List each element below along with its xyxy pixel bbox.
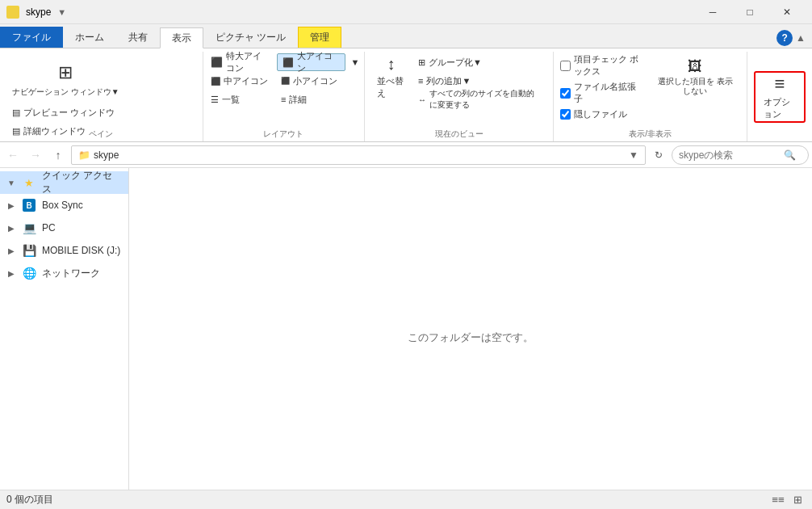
medium-icon-button[interactable]: ⬛ 中アイコン [205,72,274,90]
small-icon-icon: ⬛ [281,77,290,85]
network-label: ネットワーク [42,267,100,280]
sidebar-item-pc[interactable]: ▶ 💻 PC [0,217,128,239]
forward-button[interactable]: → [26,145,45,165]
titlebar-left: skype ▼ [6,6,66,19]
network-icon: 🌐 [21,267,37,280]
tab-home[interactable]: ホーム [63,27,116,48]
tab-manage[interactable]: 管理 [298,27,341,48]
mobile-disk-icon: 💾 [21,244,37,257]
ribbon-section-options: ≡ オプション [747,52,812,141]
box-sync-label: Box Sync [42,200,83,211]
auto-size-label: すべての列のサイズを自動的に変更する [429,88,541,111]
auto-size-icon: ↔ [418,95,426,104]
preview-window-button[interactable]: ▤ プレビュー ウィンドウ [6,103,120,121]
options-button[interactable]: ≡ オプション [754,71,806,123]
maximize-button[interactable]: □ [731,0,768,24]
file-ext-text: ファイル名拡張子 [574,81,643,105]
main-content: ▼ ★ クイック アクセス ▶ B Box Sync ▶ 💻 PC ▶ 💾 MO… [0,168,812,507]
sidebar-item-network[interactable]: ▶ 🌐 ネットワーク [0,262,128,284]
show-selected-icon: 🖼 [682,57,708,75]
close-button[interactable]: ✕ [768,0,806,24]
tab-share[interactable]: 共有 [116,27,160,48]
hidden-files-text: 隠しファイル [574,108,627,120]
item-checkbox-label[interactable]: 項目チェック ボックス [560,53,643,78]
minimize-button[interactable]: ─ [694,0,731,24]
options-icon: ≡ [767,74,793,95]
box-sync-icon: B [21,199,37,212]
extra-large-label: 特大アイコン [226,50,270,74]
help-button[interactable]: ? [776,30,793,46]
add-col-label: 列の追加▼ [426,75,471,87]
large-icon-button[interactable]: ⬛ 大アイコン [277,53,345,71]
list-view-button[interactable]: ☰ 一覧 [205,90,274,108]
quick-access-icon: ★ [21,176,37,189]
group-button[interactable]: ⊞ グループ化▼ [412,53,546,71]
hidden-files-label[interactable]: 隠しファイル [560,108,643,120]
app-icon [6,6,19,19]
quick-access-toolbar: ▼ [57,7,66,17]
view-options-col: ⊞ グループ化▼ ≡ 列の追加▼ ↔ すべての列のサイズを自動的に変更する [412,53,546,108]
small-icon-button[interactable]: ⬛ 小アイコン [275,72,344,90]
titlebar: skype ▼ ─ □ ✕ [0,0,812,24]
ribbon-section-pane: ⊞ ナビゲーション ウィンドウ▼ ▤ プレビュー ウィンドウ ▤ 詳細ウィンドウ… [0,52,203,141]
titlebar-title: skype [26,6,51,18]
refresh-button[interactable]: ↻ [649,145,668,165]
layout-group: ⬛ 特大アイコン ⬛ 大アイコン ▼ ⬛ 中アイコン ⬛ 小アイコン [205,53,362,140]
statusbar: 0 個の項目 ≡≡ ⊞ [0,490,812,509]
file-ext-label[interactable]: ファイル名拡張子 [560,81,643,105]
extra-large-icon-button[interactable]: ⬛ 特大アイコン [205,53,275,71]
list-label: 一覧 [222,94,240,106]
small-icon-label: 小アイコン [293,75,337,87]
grid-view-button[interactable]: ⊞ [789,492,806,508]
detail-view-icon: ≡ [281,95,286,104]
empty-folder-message: このフォルダーは空です。 [408,330,534,345]
tab-view[interactable]: 表示 [160,27,203,48]
pc-arrow: ▶ [6,224,16,233]
up-button[interactable]: ↑ [48,145,68,165]
back-button[interactable]: ← [3,145,23,165]
checkboxes-col: 項目チェック ボックス ファイル名拡張子 隠しファイル [560,53,643,120]
search-input[interactable] [679,149,784,161]
item-checkbox-text: 項目チェック ボックス [574,53,643,78]
navigation-pane-label: ナビゲーション ウィンドウ▼ [12,87,119,97]
add-col-icon: ≡ [418,76,423,86]
ribbon-collapse-button[interactable]: ▲ [796,32,806,44]
current-view-group: ↕ 並べ替え ⊞ グループ化▼ ≡ 列の追加▼ ↔ すべての列のサイズを自動的に… [371,53,546,140]
layout-more-button[interactable]: ▼ [347,53,362,71]
options-wrapper: ≡ オプション [754,53,806,140]
show-hide-section-title: 表示/非表示 [554,128,747,140]
tab-file[interactable]: ファイル [0,27,63,48]
show-selected-button[interactable]: 🖼 選択した項目を 表示しない [650,53,740,100]
statusbar-view-controls: ≡≡ ⊞ [770,492,806,508]
sidebar-item-mobile-disk[interactable]: ▶ 💾 MOBILE DISK (J:) [0,239,128,262]
address-dropdown-icon[interactable]: ▼ [629,149,638,161]
extra-large-icon: ⬛ [211,57,223,68]
network-arrow: ▶ [6,269,16,278]
navigation-pane-button[interactable]: ⊞ ナビゲーション ウィンドウ▼ [6,55,125,102]
list-view-button[interactable]: ≡≡ [770,492,786,508]
detail-view-button[interactable]: ≡ 詳細 [275,90,344,108]
sidebar-item-quick-access[interactable]: ▼ ★ クイック アクセス [0,171,128,194]
box-sync-arrow: ▶ [6,201,16,210]
ribbon-tabs: ファイル ホーム 共有 表示 ピクチャ ツール 管理 ? ▲ [0,24,812,48]
group-label: グループ化▼ [429,57,482,69]
pc-icon: 💻 [21,221,37,234]
quick-access-label: クイック アクセス [42,169,122,196]
item-checkbox[interactable] [560,61,571,71]
addressbar: ← → ↑ 📁 skype ▼ ↻ 🔍 [0,142,812,168]
address-box[interactable]: 📁 skype ▼ [71,145,646,165]
add-column-button[interactable]: ≡ 列の追加▼ [412,72,546,90]
ribbon-section-current-view: ↕ 並べ替え ⊞ グループ化▼ ≡ 列の追加▼ ↔ すべての列のサイズを自動的に… [365,52,554,141]
search-icon: 🔍 [784,149,796,161]
sort-label: 並べ替え [377,75,405,99]
sidebar-item-box-sync[interactable]: ▶ B Box Sync [0,194,128,217]
file-ext-checkbox[interactable] [560,88,571,99]
path-part: skype [94,149,119,161]
hidden-files-checkbox[interactable] [560,109,571,120]
content-area: このフォルダーは空です。 [129,168,812,507]
search-box[interactable]: 🔍 [672,145,809,165]
sort-button[interactable]: ↕ 並べ替え [371,53,411,100]
auto-size-button[interactable]: ↔ すべての列のサイズを自動的に変更する [412,90,546,108]
pane-group: ⊞ ナビゲーション ウィンドウ▼ ▤ プレビュー ウィンドウ ▤ 詳細ウィンドウ [6,53,196,140]
tab-picture[interactable]: ピクチャ ツール [203,27,298,48]
